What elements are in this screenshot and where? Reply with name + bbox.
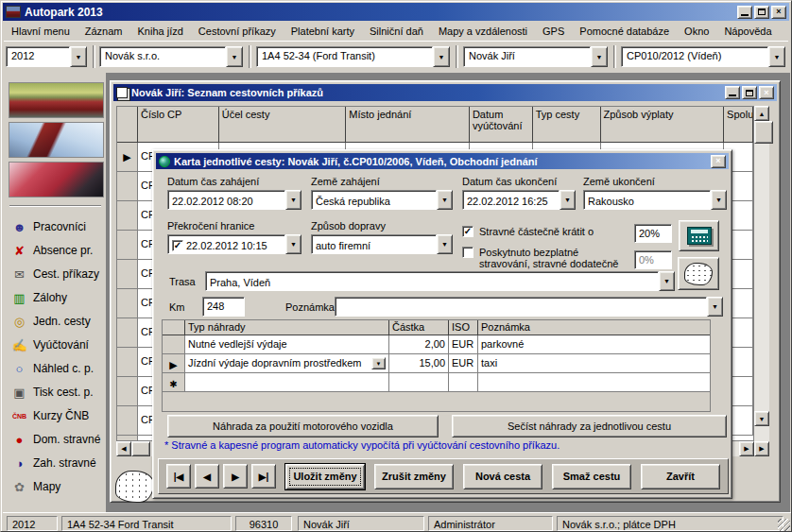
sidebar-item-tisk[interactable]: ▣ Tisk cest. p. (11, 382, 104, 403)
column-typ-cesty[interactable]: Typ cesty (533, 107, 601, 142)
menu-silnicni-dan[interactable]: Silniční daň (362, 24, 431, 39)
close-button[interactable]: × (771, 6, 786, 19)
chevron-down-icon[interactable]: ▼ (285, 234, 301, 254)
chevron-down-icon[interactable]: ▼ (591, 46, 608, 67)
route-combobox[interactable]: Praha, Vídeň ▼ (205, 271, 675, 291)
scroll-right-icon[interactable]: ▶ (754, 441, 769, 456)
start-country-combobox[interactable]: Česká republika ▼ (311, 190, 453, 210)
calculator-button[interactable] (679, 220, 719, 251)
close-dialog-button[interactable]: Zavřít (641, 464, 720, 489)
sidebar-item-dom-stravne[interactable]: ● Dom. stravné (11, 429, 104, 450)
dialog-close-button[interactable]: × (711, 155, 726, 168)
new-trip-button[interactable]: Nová cesta (463, 464, 542, 489)
sum-compensation-button[interactable]: Sečíst náhrady za jednotlivou cestu (452, 415, 727, 438)
free-meal-percent-field[interactable]: 0% (634, 250, 672, 269)
end-datetime-combobox[interactable]: 22.02.2012 16:25 ▼ (462, 190, 576, 210)
nav-next-button[interactable]: ▶ (223, 464, 248, 489)
km-field[interactable]: 248 (202, 297, 245, 317)
free-meal-checkbox[interactable] (462, 247, 473, 258)
menu-mapy-a-vzdalenosti[interactable]: Mapy a vzdálenosti (431, 24, 535, 39)
maximize-button[interactable] (742, 86, 757, 99)
menu-okno[interactable]: Okno (677, 24, 716, 39)
sidebar-item-kurzy-cnb[interactable]: ČNB Kurzy ČNB (11, 405, 104, 426)
chevron-down-icon[interactable]: ▼ (285, 190, 301, 210)
column-zpusob-vyplaty[interactable]: Způsob výplaty (601, 107, 725, 142)
border-crossing-checkbox[interactable]: ✓ (172, 240, 183, 251)
menu-pomocne-databaze[interactable]: Pomocné databáze (572, 24, 677, 39)
sidebar-item-zalohy[interactable]: ▥ Zálohy (11, 287, 104, 308)
close-button[interactable]: × (759, 86, 774, 99)
end-country-combobox[interactable]: Rakousko ▼ (583, 190, 727, 210)
menu-hlavni-menu[interactable]: Hlavní menu (4, 24, 77, 39)
chevron-down-icon[interactable]: ▼ (707, 297, 723, 317)
chevron-down-icon[interactable]: ▼ (70, 46, 87, 67)
menu-cestovni-prikazy[interactable]: Cestovní příkazy (191, 24, 284, 39)
column-datum-vyuctovani[interactable]: Datum vyúčtování (470, 107, 533, 142)
minimize-button[interactable] (737, 6, 752, 19)
expense-row-new[interactable]: ✱ (163, 373, 710, 392)
nav-first-button[interactable]: |◀ (166, 464, 191, 489)
start-datetime-combobox[interactable]: 22.02.2012 08:20 ▼ (167, 190, 301, 210)
menu-platebni-karty[interactable]: Platební karty (284, 24, 362, 39)
vehicle-combobox[interactable]: 1A4 52-34 (Ford Transit) ▼ (256, 46, 450, 67)
scroll-left-icon[interactable]: ◀ (116, 441, 131, 456)
expense-row[interactable]: Nutné vedlejší výdaje 2,00 EUR parkovné (163, 335, 710, 354)
delete-trip-button[interactable]: Smaž cestu (552, 464, 631, 489)
vertical-scrollbar[interactable]: ▲ ▼ ▶ (754, 106, 769, 456)
meal-reduce-checkbox[interactable]: ✓ (462, 226, 473, 237)
border-crossing-combobox[interactable]: ✓ 22.02.2012 10:15 ▼ (167, 234, 301, 254)
chevron-down-icon[interactable]: ▼ (659, 271, 675, 291)
scroll-right-icon[interactable]: ▶ (739, 441, 754, 456)
nav-prev-button[interactable]: ◀ (195, 464, 219, 489)
menu-zaznam[interactable]: Záznam (77, 24, 130, 39)
documents-icon (116, 87, 128, 98)
chevron-down-icon[interactable]: ▼ (433, 46, 450, 67)
map-button[interactable] (678, 257, 719, 290)
cancel-changes-button[interactable]: Zrušit změny (374, 464, 454, 489)
person-combobox[interactable]: Novák Jiří ▼ (463, 46, 608, 67)
resize-grip[interactable] (778, 519, 790, 531)
year-combobox[interactable]: 2012 ▼ (6, 46, 87, 67)
meal-reduce-percent-field[interactable]: 20% (634, 224, 672, 243)
scroll-down-icon[interactable]: ▼ (754, 411, 769, 426)
column-cislo-cp[interactable]: Číslo CP (138, 107, 219, 142)
vehicle-compensation-button[interactable]: Náhrada za použití motorového vozidla (167, 415, 439, 438)
company-combobox[interactable]: Novák s.r.o. ▼ (99, 46, 243, 67)
person-value: Novák Jiří (463, 46, 591, 67)
column-spolucestujici[interactable]: Spoluc (724, 107, 753, 142)
chevron-down-icon[interactable]: ▼ (437, 190, 453, 210)
sidebar-item-jedn-cesty[interactable]: ◎ Jedn. cesty (11, 311, 104, 332)
menu-gps[interactable]: GPS (535, 24, 572, 39)
sidebar-item-vyuctovani[interactable]: ✍ Vyúčtování (11, 335, 104, 355)
chevron-down-icon[interactable]: ▼ (560, 190, 576, 210)
sidebar-item-pracovnici[interactable]: ☻ Pracovníci (11, 216, 104, 237)
minimize-button[interactable] (725, 86, 740, 99)
cell-typ-combo[interactable]: ▼Jízdní výdaje dopravním prostředkem (185, 354, 389, 372)
menu-kniha-jizd[interactable]: Kniha jízd (130, 24, 191, 39)
czech-map-icon (684, 263, 713, 285)
column-poznamka: Poznámka (478, 320, 710, 335)
transport-combobox[interactable]: auto firemní ▼ (311, 234, 453, 254)
sidebar-item-mapy[interactable]: ✿ Mapy (11, 476, 104, 497)
chevron-down-icon[interactable]: ▼ (437, 234, 453, 254)
note-combobox[interactable]: ▼ (335, 297, 723, 317)
menu-napoveda[interactable]: Nápověda (716, 24, 779, 39)
sidebar-item-cest-prikazy[interactable]: ✉ Cest. příkazy (11, 264, 104, 284)
column-ucel-cesty[interactable]: Účel cesty (219, 107, 347, 142)
scrollbar-thumb[interactable] (131, 441, 150, 456)
scroll-up-icon[interactable]: ▲ (754, 106, 769, 121)
chevron-down-icon[interactable]: ▼ (711, 190, 727, 210)
chevron-down-icon[interactable]: ▼ (371, 357, 386, 369)
nav-last-button[interactable]: ▶| (251, 464, 276, 489)
chevron-down-icon[interactable]: ▼ (768, 46, 785, 67)
maximize-button[interactable] (754, 6, 769, 19)
sidebar-item-zah-stravne[interactable]: ◑ Zah. stravné (11, 453, 104, 473)
sidebar-item-absence[interactable]: ✘ Absence pr. (11, 240, 104, 261)
save-changes-button[interactable]: Uložit změny (285, 464, 365, 489)
expense-row-selected[interactable]: ▶ ▼Jízdní výdaje dopravním prostředkem 1… (163, 354, 710, 373)
sidebar-item-nahled[interactable]: ○ Náhled c. p. (11, 358, 104, 379)
scrollbar-thumb[interactable] (754, 121, 773, 144)
chevron-down-icon[interactable]: ▼ (226, 46, 243, 67)
order-combobox[interactable]: CP010/2012 (Vídeň) ▼ (621, 46, 785, 67)
column-misto-jednani[interactable]: Místo jednání (346, 107, 470, 142)
